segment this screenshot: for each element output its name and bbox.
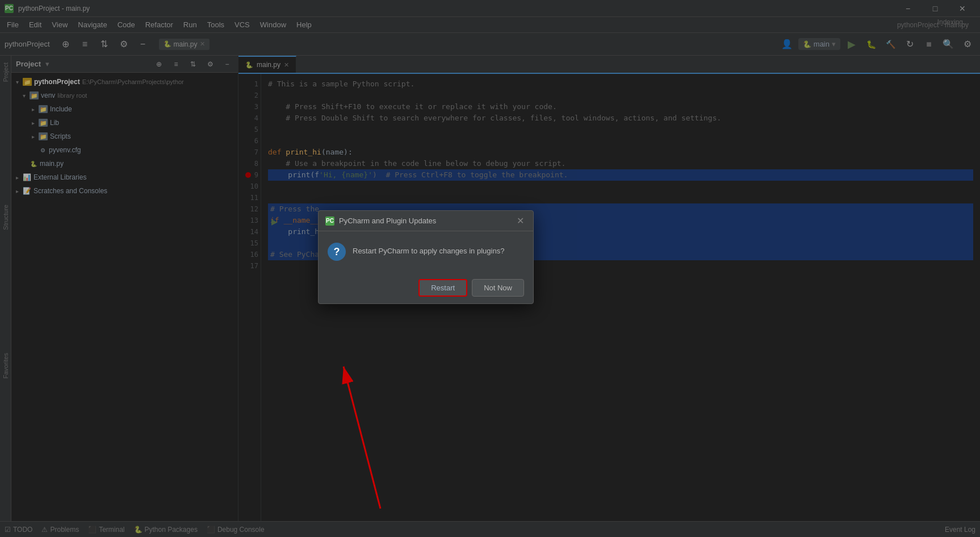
dialog-titlebar: PC PyCharm and Plugin Updates ✕ (319, 211, 533, 231)
dialog-pycharm-icon: PC (325, 217, 334, 226)
dialog-question-icon: ? (328, 243, 346, 261)
dialog-body: ? Restart PyCharm to apply changes in pl… (319, 231, 533, 272)
not-now-button[interactable]: Not Now (472, 279, 524, 297)
dialog: PC PyCharm and Plugin Updates ✕ ? Restar… (318, 210, 534, 304)
restart-button[interactable]: Restart (418, 279, 467, 297)
dialog-overlay: PC PyCharm and Plugin Updates ✕ ? Restar… (0, 0, 980, 537)
dialog-close-button[interactable]: ✕ (514, 215, 526, 226)
dialog-title: PyCharm and Plugin Updates (339, 217, 510, 225)
dialog-message: Restart PyCharm to apply changes in plug… (353, 243, 504, 256)
dialog-footer: Restart Not Now (319, 272, 533, 303)
